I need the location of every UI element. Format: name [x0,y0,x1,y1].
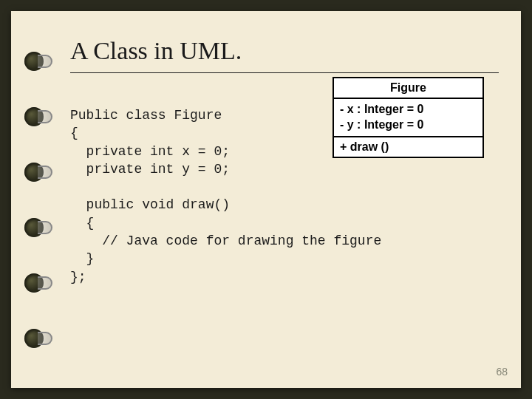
content-area: A Class in UML. Figure - x : Integer = 0… [70,37,499,373]
code-line: } [70,251,94,266]
binder-holes [24,11,44,388]
uml-attribute: - y : Integer = 0 [340,117,477,133]
code-line: Public class Figure [70,108,222,123]
binder-hole [24,107,44,126]
code-line: private int x = 0; [70,144,230,159]
uml-operations: + draw () [334,137,482,157]
binder-hole [24,329,44,348]
code-line: // Java code for drawing the figure [70,233,381,248]
binder-hole [24,273,44,293]
binder-hole [24,163,44,182]
body-area: Figure - x : Integer = 0 - y : Integer =… [70,106,499,286]
code-line: }; [70,270,86,284]
title-underline [70,72,499,73]
page-number: 68 [496,366,508,378]
binder-hole [24,52,44,71]
uml-attributes: - x : Integer = 0 - y : Integer = 0 [334,99,482,137]
uml-attribute: - x : Integer = 0 [340,102,477,117]
slide: A Class in UML. Figure - x : Integer = 0… [11,11,521,388]
uml-class-diagram: Figure - x : Integer = 0 - y : Integer =… [332,77,484,158]
code-line: private int y = 0; [70,162,230,177]
uml-class-name: Figure [334,78,482,99]
slide-title: A Class in UML. [70,37,499,65]
code-line: { [70,216,94,231]
code-line: { [70,126,78,140]
uml-operation: + draw () [340,140,477,154]
binder-hole [24,218,44,237]
code-line: public void draw() [70,197,230,212]
